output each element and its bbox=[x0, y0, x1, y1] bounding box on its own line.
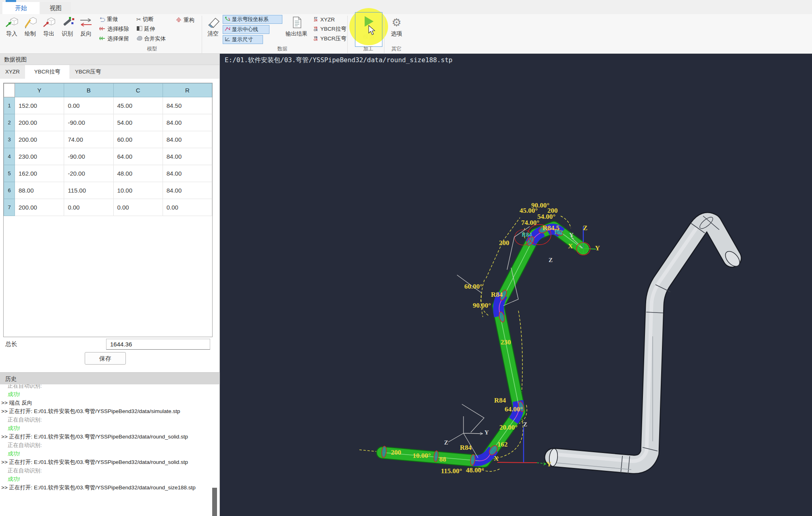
table-cell[interactable]: 88.00 bbox=[15, 182, 64, 199]
svg-text:Y: Y bbox=[595, 244, 600, 252]
col-header-c[interactable]: C bbox=[113, 84, 163, 97]
col-header-b[interactable]: B bbox=[64, 84, 113, 97]
select-keep-button[interactable]: 选择保留 bbox=[99, 35, 129, 43]
select-remove-button[interactable]: 选择移除 bbox=[99, 25, 129, 33]
options-button[interactable]: ⚙ 选项 bbox=[386, 15, 407, 40]
table-row[interactable]: 688.00115.0010.0084.00 bbox=[4, 182, 212, 199]
table-cell[interactable]: 84.00 bbox=[163, 114, 212, 131]
table-row[interactable]: 3200.0074.0060.0084.00 bbox=[4, 131, 212, 148]
format-xyzr-button[interactable]: XYZR XYZR bbox=[313, 15, 335, 23]
redo-button[interactable]: ⮌ 重做 bbox=[99, 15, 118, 23]
table-cell[interactable]: 162.00 bbox=[15, 165, 64, 182]
table-row[interactable]: 1152.000.0045.0084.50 bbox=[4, 97, 212, 114]
select-keep-icon bbox=[99, 36, 106, 42]
table-cell[interactable]: 45.00 bbox=[113, 97, 163, 114]
simulate-run-button[interactable]: 模拟 bbox=[355, 12, 382, 47]
viewport-3d[interactable]: E:/01.软件安装包/03.弯管/YSSPipeBend32/data/rou… bbox=[220, 54, 812, 516]
output-results-button[interactable]: 输出结果 bbox=[284, 15, 309, 40]
table-cell[interactable]: 84.00 bbox=[163, 148, 212, 165]
table-cell[interactable]: 64.00 bbox=[113, 148, 163, 165]
svg-text:R84: R84 bbox=[491, 291, 503, 298]
merge-blob-icon bbox=[136, 36, 142, 42]
group-label-process: 加工 bbox=[355, 46, 382, 53]
table-cell[interactable]: 84.00 bbox=[163, 165, 212, 182]
total-length-field[interactable]: 1644.36 bbox=[106, 339, 210, 350]
toggle-show-bend-frames[interactable]: 显示弯段坐标系 bbox=[223, 15, 282, 24]
import-button[interactable]: 导入 bbox=[2, 15, 21, 40]
tab-ybcr-draw[interactable]: YBCR拉弯 bbox=[25, 65, 69, 79]
svg-text:90.00°: 90.00° bbox=[473, 302, 491, 309]
table-cell[interactable]: 0.00 bbox=[163, 199, 212, 216]
table-cell[interactable]: -90.00 bbox=[64, 148, 113, 165]
draw-button[interactable]: 绘制 bbox=[21, 15, 40, 40]
table-row[interactable]: 4230.00-90.0064.0084.00 bbox=[4, 148, 212, 165]
grey-pipe-model[interactable] bbox=[549, 215, 743, 474]
recognize-button[interactable]: 识别 bbox=[58, 15, 77, 40]
row-number[interactable]: 4 bbox=[4, 148, 15, 165]
history-line: 正在自动识别: bbox=[0, 466, 213, 475]
history-line: 成功! bbox=[0, 449, 213, 458]
dimension-icon bbox=[225, 36, 230, 43]
table-cell[interactable]: 200.00 bbox=[15, 114, 64, 131]
format-ybcr-press-button[interactable]: YBCR YBCR压弯 bbox=[313, 35, 347, 43]
tab-ybcr-press[interactable]: YBCR压弯 bbox=[69, 65, 106, 79]
cut-button[interactable]: ✂ 切断 bbox=[136, 15, 154, 23]
table-cell[interactable]: 200.00 bbox=[15, 131, 64, 148]
table-cell[interactable]: 200.00 bbox=[15, 199, 64, 216]
scene-canvas: 90.00° 45.00° 200 54.00° 74.00° R84.5 15… bbox=[220, 54, 812, 516]
table-cell[interactable]: 230.00 bbox=[15, 148, 64, 165]
table-cell[interactable]: 84.00 bbox=[163, 182, 212, 199]
table-cell[interactable]: -20.00 bbox=[64, 165, 113, 182]
table-cell[interactable]: 0.00 bbox=[113, 199, 163, 216]
svg-text:R84: R84 bbox=[494, 396, 506, 404]
tab-xyzr[interactable]: XYZR bbox=[0, 65, 25, 79]
row-number[interactable]: 7 bbox=[4, 199, 15, 216]
table-cell[interactable]: -90.00 bbox=[64, 114, 113, 131]
row-number[interactable]: 6 bbox=[4, 182, 15, 199]
export-button[interactable]: 导出 bbox=[40, 15, 58, 40]
reverse-button[interactable]: 反向 bbox=[77, 15, 95, 40]
row-number[interactable]: 1 bbox=[4, 97, 15, 114]
table-row[interactable]: 7200.000.000.000.00 bbox=[4, 199, 212, 216]
import-cube-icon bbox=[2, 16, 21, 30]
table-cell[interactable]: 54.00 bbox=[113, 114, 163, 131]
row-number[interactable]: 3 bbox=[4, 131, 15, 148]
row-number[interactable]: 2 bbox=[4, 114, 15, 131]
panel-title: 数据视图 bbox=[0, 54, 219, 65]
ybcr-press-icon: YBCR bbox=[313, 36, 319, 42]
rebuild-button[interactable]: 重构 bbox=[176, 16, 194, 24]
table-cell[interactable]: 115.00 bbox=[64, 182, 113, 199]
pencil-cube-icon bbox=[21, 16, 40, 30]
history-scrollbar-thumb[interactable] bbox=[212, 488, 217, 516]
toggle-show-dimensions[interactable]: 显示尺寸 bbox=[223, 35, 263, 44]
table-cell[interactable]: 84.00 bbox=[163, 131, 212, 148]
col-header-r[interactable]: R bbox=[163, 84, 212, 97]
table-cell[interactable]: 10.00 bbox=[113, 182, 163, 199]
save-button[interactable]: 保存 bbox=[85, 352, 126, 365]
col-header-y[interactable]: Y bbox=[15, 84, 64, 97]
format-ybcr-draw-button[interactable]: YBCR YBCR拉弯 bbox=[313, 25, 347, 33]
table-cell[interactable]: 0.00 bbox=[64, 199, 113, 216]
extend-button[interactable]: 延伸 bbox=[136, 25, 155, 33]
table-cell[interactable]: 84.50 bbox=[163, 97, 212, 114]
table-cell[interactable]: 152.00 bbox=[15, 97, 64, 114]
gear-icon: ⚙ bbox=[386, 16, 407, 30]
table-cell[interactable]: 0.00 bbox=[64, 97, 113, 114]
history-log[interactable]: 正在自动识别:成功!>> 端点 反向>> 正在打开: E:/01.软件安装包/0… bbox=[0, 384, 213, 516]
toggle-show-centerline[interactable]: 显示中心线 bbox=[223, 25, 269, 34]
table-row[interactable]: 5162.00-20.0048.0084.00 bbox=[4, 165, 212, 182]
clear-button[interactable]: 清空 bbox=[204, 15, 222, 40]
table-cell[interactable]: 48.00 bbox=[113, 165, 163, 182]
eraser-icon bbox=[204, 16, 222, 30]
row-number[interactable]: 5 bbox=[4, 165, 15, 182]
section-faces bbox=[381, 225, 564, 466]
tab-start[interactable]: 开始 bbox=[2, 2, 40, 14]
table-row[interactable]: 2200.00-90.0054.0084.00 bbox=[4, 114, 212, 131]
merge-solid-button[interactable]: 合并实体 bbox=[136, 35, 166, 43]
table-cell[interactable]: 60.00 bbox=[113, 131, 163, 148]
history-header: 历史 bbox=[0, 372, 220, 384]
tab-view[interactable]: 视图 bbox=[40, 2, 71, 14]
ybcr-table: Y B C R 1152.000.0045.0084.502200.00-90.… bbox=[3, 83, 213, 337]
table-cell[interactable]: 74.00 bbox=[64, 131, 113, 148]
app-window: 开始 视图 导入 绘制 导出 识别 bbox=[0, 0, 812, 516]
